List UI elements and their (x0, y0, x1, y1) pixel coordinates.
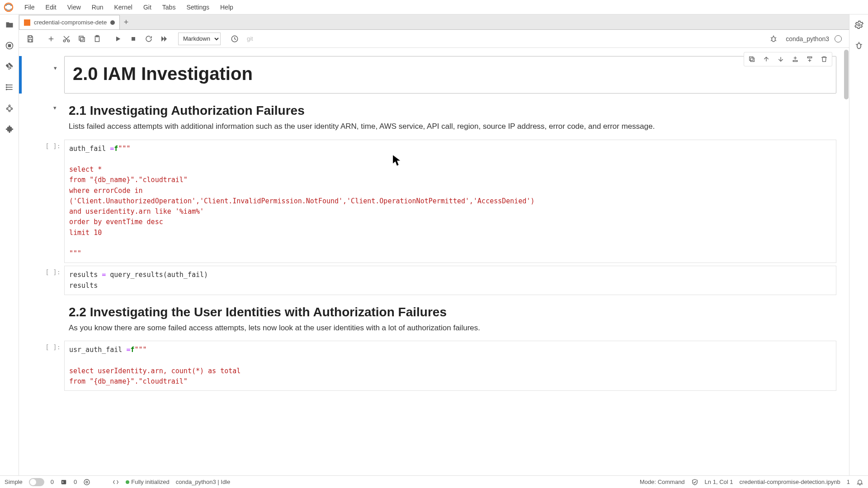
svg-line-38 (771, 40, 772, 41)
svg-line-54 (861, 44, 862, 45)
trusted-icon[interactable] (691, 479, 698, 486)
unsaved-indicator-icon (110, 20, 115, 25)
save-button[interactable] (24, 32, 37, 46)
cell-prompt (36, 298, 64, 338)
menu-edit[interactable]: Edit (40, 2, 62, 13)
terminal-icon[interactable] (60, 479, 67, 486)
menu-view[interactable]: View (62, 2, 86, 13)
lsp-icon[interactable] (112, 479, 119, 486)
move-down-button[interactable] (776, 54, 786, 64)
running-terminals-icon[interactable] (5, 41, 14, 51)
git-branch-label: git (247, 35, 253, 42)
code-cell[interactable]: [ ]: usr_auth_fail =f""" select userIden… (36, 341, 836, 391)
svg-rect-2 (8, 45, 10, 47)
restart-button[interactable] (142, 32, 156, 46)
insert-below-button[interactable] (805, 54, 815, 64)
menu-git[interactable]: Git (138, 2, 157, 13)
svg-rect-26 (79, 36, 83, 40)
cell-toolbar (744, 52, 832, 66)
menu-run[interactable]: Run (86, 2, 109, 13)
left-sidebar (0, 14, 19, 475)
cell-prompt (36, 56, 64, 94)
heading-auth-failures: 2.1 Investigating Authorization Failures (69, 103, 832, 118)
menu-tabs[interactable]: Tabs (157, 2, 181, 13)
menubar: File Edit View Run Kernel Git Tabs Setti… (0, 0, 868, 14)
code-editor[interactable]: usr_auth_fail =f""" select userIdentity.… (64, 341, 836, 391)
collapse-caret-icon[interactable]: ▾ (54, 65, 57, 71)
collapse-caret-icon[interactable]: ▾ (53, 104, 57, 111)
delete-cell-button[interactable] (819, 54, 829, 64)
clusters-icon[interactable] (5, 103, 14, 113)
file-browser-icon[interactable] (5, 20, 14, 30)
simple-mode-toggle[interactable] (29, 478, 44, 486)
toc-icon[interactable] (5, 82, 14, 92)
simple-mode-label: Simple (5, 479, 23, 485)
cell-prompt: [ ]: (36, 341, 64, 391)
menu-settings[interactable]: Settings (181, 2, 215, 13)
git-icon[interactable] (5, 61, 14, 71)
scrollbar[interactable] (844, 48, 849, 475)
cell-prompt (36, 96, 64, 137)
cursor-position: Ln 1, Col 1 (705, 479, 733, 485)
scrollbar-thumb[interactable] (844, 50, 849, 99)
restart-run-all-button[interactable] (157, 32, 171, 46)
svg-point-6 (6, 84, 7, 85)
paragraph-user-identities: As you know there are some failed access… (69, 322, 832, 334)
svg-point-7 (6, 87, 7, 88)
history-button[interactable] (228, 32, 241, 46)
markdown-cell[interactable]: ▾ 2.1 Investigating Authorization Failur… (36, 96, 836, 137)
property-inspector-icon[interactable] (854, 20, 864, 30)
svg-point-34 (772, 37, 775, 42)
move-up-button[interactable] (761, 54, 771, 64)
add-tab-button[interactable]: + (120, 15, 132, 29)
notebook-glyph-icon (24, 19, 30, 26)
work-area: credential-compromise-dete + Markdown gi… (19, 14, 849, 475)
code-cell[interactable]: [ ]: results = query_results(auth_fail) … (36, 266, 836, 295)
git-changes-count: 0 (51, 479, 54, 485)
stop-button[interactable] (127, 32, 140, 46)
cell-type-select[interactable]: Markdown (178, 33, 221, 45)
kernel-name[interactable]: conda_python3 (786, 35, 829, 42)
tab-title: credential-compromise-dete (34, 19, 107, 26)
svg-line-13 (7, 107, 9, 108)
debugger-button[interactable] (767, 32, 780, 46)
cut-button[interactable] (60, 32, 73, 46)
insert-above-button[interactable] (790, 54, 800, 64)
kernel-status-icon[interactable] (835, 35, 842, 42)
svg-point-11 (11, 108, 12, 109)
svg-point-8 (6, 89, 7, 90)
kernel-settings-icon[interactable] (83, 479, 90, 486)
svg-marker-31 (161, 36, 164, 42)
extensions-icon[interactable] (5, 124, 14, 134)
menu-help[interactable]: Help (215, 2, 239, 13)
notebook-scroll[interactable]: ▾ 2.0 IAM Investigation ▾ 2.1 Investigat… (19, 48, 849, 475)
svg-rect-46 (793, 61, 797, 62)
svg-point-51 (857, 43, 860, 49)
svg-line-16 (9, 109, 11, 111)
svg-point-57 (84, 479, 90, 485)
notebook-tab[interactable]: credential-compromise-dete (19, 15, 120, 29)
svg-rect-18 (29, 39, 32, 42)
bell-icon[interactable] (856, 479, 863, 486)
svg-marker-29 (116, 36, 120, 41)
debugger-panel-icon[interactable] (854, 41, 864, 51)
run-button[interactable] (111, 32, 125, 46)
markdown-cell[interactable]: ▾ 2.0 IAM Investigation (36, 56, 836, 94)
cell-prompt: [ ]: (36, 266, 64, 295)
svg-point-50 (858, 24, 860, 26)
main-area: credential-compromise-dete + Markdown gi… (0, 14, 868, 475)
copy-button[interactable] (75, 32, 89, 46)
duplicate-cell-button[interactable] (747, 54, 757, 64)
menu-file[interactable]: File (19, 2, 40, 13)
markdown-cell[interactable]: 2.2 Investigating the User Identities wi… (36, 298, 836, 338)
svg-line-53 (856, 44, 857, 45)
menu-kernel[interactable]: Kernel (108, 2, 137, 13)
code-editor[interactable]: auth_fail =f""" select * from "{db_name}… (64, 140, 836, 263)
svg-rect-47 (807, 57, 811, 58)
code-editor[interactable]: results = query_results(auth_fail) resul… (64, 266, 836, 295)
code-cell[interactable]: [ ]: auth_fail =f""" select * from "{db_… (36, 140, 836, 263)
svg-rect-55 (61, 480, 66, 484)
paste-button[interactable] (90, 32, 104, 46)
insert-cell-button[interactable] (44, 32, 58, 46)
svg-rect-41 (750, 57, 753, 61)
